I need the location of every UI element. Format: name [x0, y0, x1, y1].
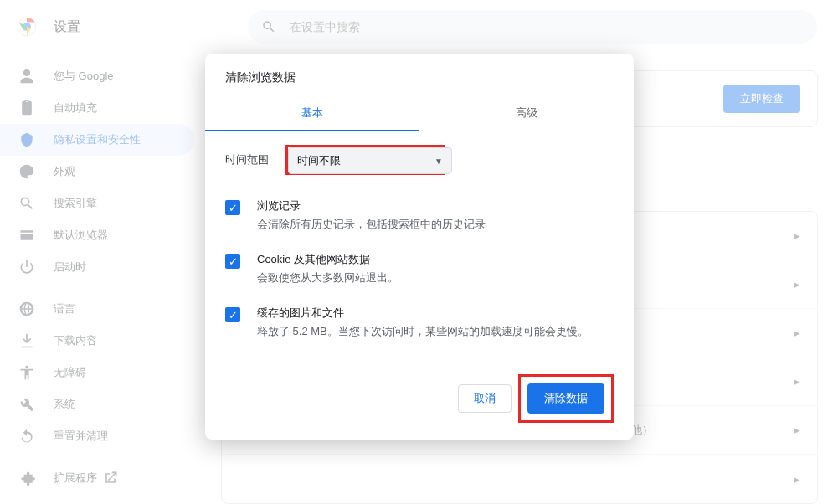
checkbox-checked-icon[interactable]: ✓	[225, 200, 240, 215]
cancel-button[interactable]: 取消	[458, 384, 512, 413]
clear-browsing-data-dialog: 清除浏览数据 基本 高级 时间范围 时间不限 ▼ ✓ 浏览记录 会清除所有历史记…	[205, 54, 634, 440]
checkbox-title: 缓存的图片和文件	[257, 306, 589, 321]
highlight-box: 时间不限 ▼	[285, 145, 445, 175]
time-range-label: 时间范围	[225, 152, 269, 167]
highlight-box: 清除数据	[518, 374, 614, 423]
checkbox-row-browsing-history[interactable]: ✓ 浏览记录 会清除所有历史记录，包括搜索框中的历史记录	[205, 188, 634, 242]
checkbox-checked-icon[interactable]: ✓	[225, 307, 240, 322]
time-range-select[interactable]: 时间不限 ▼	[288, 147, 452, 174]
tab-basic[interactable]: 基本	[205, 95, 419, 131]
checkbox-row-cookies[interactable]: ✓ Cookie 及其他网站数据 会致使您从大多数网站退出。	[205, 242, 634, 296]
dialog-title: 清除浏览数据	[205, 54, 634, 95]
tab-advanced[interactable]: 高级	[419, 95, 634, 131]
checkbox-desc: 会致使您从大多数网站退出。	[257, 270, 398, 285]
checkbox-row-cache[interactable]: ✓ 缓存的图片和文件 释放了 5.2 MB。当您下次访问时，某些网站的加载速度可…	[205, 296, 634, 349]
checkbox-title: Cookie 及其他网站数据	[257, 252, 398, 267]
checkbox-title: 浏览记录	[257, 198, 486, 213]
chevron-down-icon: ▼	[434, 157, 443, 166]
checkbox-checked-icon[interactable]: ✓	[225, 254, 240, 269]
time-range-value: 时间不限	[297, 153, 341, 168]
dialog-tabs: 基本 高级	[205, 95, 634, 131]
checkbox-desc: 释放了 5.2 MB。当您下次访问时，某些网站的加载速度可能会更慢。	[257, 324, 589, 339]
clear-data-button[interactable]: 清除数据	[527, 383, 604, 414]
checkbox-desc: 会清除所有历史记录，包括搜索框中的历史记录	[257, 217, 486, 232]
